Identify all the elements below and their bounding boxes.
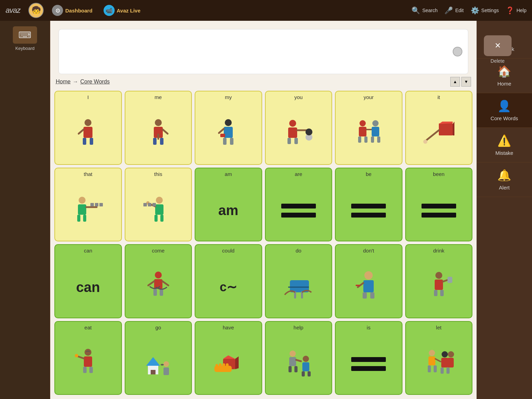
- delete-area: ✕ Delete: [472, 25, 523, 74]
- word-card-eat[interactable]: eat: [54, 321, 122, 395]
- edit-button[interactable]: 🎤 Edit: [444, 6, 463, 15]
- svg-rect-59: [160, 289, 163, 296]
- svg-point-0: [85, 119, 91, 126]
- word-card-this[interactable]: this: [125, 168, 192, 242]
- sort-down-button[interactable]: ▼: [461, 77, 471, 87]
- word-card-is[interactable]: is: [335, 321, 402, 395]
- help-button[interactable]: ❓ Help: [506, 6, 526, 15]
- breadcrumb-home[interactable]: Home: [56, 79, 71, 85]
- word-card-img-eat: [57, 332, 119, 392]
- svg-rect-88: [163, 367, 169, 375]
- svg-rect-75: [440, 290, 444, 296]
- keyboard-button[interactable]: ⌨ Keyboard: [13, 26, 37, 51]
- sort-up-button[interactable]: ▲: [450, 77, 460, 87]
- word-card-label-help: help: [294, 325, 303, 330]
- word-card-let[interactable]: let: [405, 321, 473, 395]
- word-card-you[interactable]: you: [265, 91, 332, 165]
- svg-point-25: [360, 120, 366, 126]
- svg-marker-92: [223, 355, 235, 359]
- core-words-button[interactable]: 👤 Core Words: [477, 93, 532, 128]
- svg-point-104: [303, 356, 309, 362]
- svg-rect-50: [160, 215, 163, 222]
- svg-point-72: [435, 272, 442, 279]
- word-card-be[interactable]: be: [335, 168, 402, 242]
- svg-line-4: [79, 130, 83, 134]
- svg-rect-9: [160, 138, 163, 145]
- svg-rect-45: [95, 203, 98, 206]
- svg-rect-80: [83, 367, 87, 373]
- word-card-could[interactable]: couldc∼: [195, 244, 262, 318]
- word-card-can[interactable]: cancan: [54, 244, 122, 318]
- dashboard-button[interactable]: ⊙ Dashboard: [49, 3, 95, 17]
- mistake-icon: ⚠️: [497, 134, 511, 147]
- word-card-label-be: be: [366, 171, 372, 177]
- svg-rect-34: [439, 123, 453, 135]
- word-card-img-it: [408, 102, 470, 162]
- search-icon: 🔍: [411, 6, 420, 15]
- word-card-my[interactable]: my: [195, 91, 262, 165]
- avazlive-button[interactable]: 📹 Avaz Live: [101, 3, 143, 17]
- center-content: ✕ Delete Home → Core Words ▲ ▼ I me: [50, 21, 477, 399]
- svg-rect-79: [84, 356, 92, 367]
- svg-rect-40: [78, 204, 86, 215]
- word-card-me[interactable]: me: [125, 91, 192, 165]
- svg-rect-1: [83, 127, 92, 138]
- search-button[interactable]: 🔍 Search: [411, 6, 437, 15]
- settings-icon: ⚙️: [471, 6, 479, 15]
- svg-rect-114: [441, 358, 448, 367]
- word-card-help[interactable]: help: [265, 321, 332, 395]
- word-card-img-that: [57, 179, 119, 239]
- word-card-do[interactable]: do: [265, 244, 332, 318]
- word-card-that[interactable]: that: [54, 168, 122, 242]
- word-card-label-have: have: [223, 325, 234, 330]
- word-card-drink[interactable]: drink: [405, 244, 473, 318]
- word-card-been[interactable]: been: [405, 168, 473, 242]
- svg-point-24: [305, 128, 312, 135]
- svg-rect-15: [230, 138, 233, 145]
- svg-rect-48: [155, 204, 163, 215]
- svg-rect-55: [152, 203, 156, 206]
- word-card-img-let: [408, 332, 470, 392]
- svg-rect-73: [435, 280, 443, 290]
- svg-rect-100: [289, 357, 296, 366]
- svg-rect-68: [363, 292, 367, 299]
- word-card-label-me: me: [154, 94, 162, 100]
- word-card-your[interactable]: your: [335, 91, 402, 165]
- svg-rect-27: [358, 136, 361, 143]
- svg-rect-8: [153, 138, 157, 145]
- word-card-img-you: [268, 102, 330, 162]
- alert-button[interactable]: 🔔 Alert: [477, 162, 532, 197]
- user-avatar[interactable]: 🧒: [28, 3, 44, 18]
- word-card-it[interactable]: it: [405, 91, 473, 165]
- word-card-am[interactable]: amam: [195, 168, 262, 242]
- svg-rect-41: [77, 215, 80, 222]
- svg-rect-98: [226, 363, 229, 367]
- word-card-dont[interactable]: don't: [335, 244, 402, 318]
- svg-point-117: [448, 351, 454, 357]
- svg-line-112: [435, 359, 441, 362]
- word-card-go[interactable]: go: [125, 321, 192, 395]
- word-card-have[interactable]: have: [195, 321, 262, 395]
- settings-button[interactable]: ⚙️ Settings: [471, 6, 499, 15]
- word-card-i[interactable]: I: [54, 91, 122, 165]
- delete-button[interactable]: ✕: [484, 35, 512, 56]
- breadcrumb: Home → Core Words: [56, 79, 110, 85]
- right-sidebar: ← Go Back 🏠 Home 👤 Core Words ⚠️ Mistake…: [477, 21, 532, 399]
- word-card-are[interactable]: are: [265, 168, 332, 242]
- svg-point-56: [155, 272, 162, 278]
- svg-rect-2: [83, 138, 86, 145]
- svg-rect-20: [287, 138, 291, 144]
- breadcrumb-separator: →: [73, 79, 78, 85]
- svg-rect-67: [363, 280, 374, 292]
- mic-button[interactable]: [453, 47, 462, 56]
- word-card-come[interactable]: come: [125, 244, 192, 318]
- svg-rect-44: [90, 203, 94, 206]
- mistake-button[interactable]: ⚠️ Mistake: [477, 128, 532, 162]
- word-card-img-been: [408, 179, 470, 239]
- word-card-label-your: your: [364, 94, 374, 100]
- svg-rect-53: [143, 203, 147, 206]
- svg-rect-58: [153, 289, 157, 296]
- svg-rect-107: [308, 371, 311, 376]
- sentence-bar[interactable]: [59, 29, 468, 74]
- breadcrumb-current: Core Words: [80, 79, 110, 85]
